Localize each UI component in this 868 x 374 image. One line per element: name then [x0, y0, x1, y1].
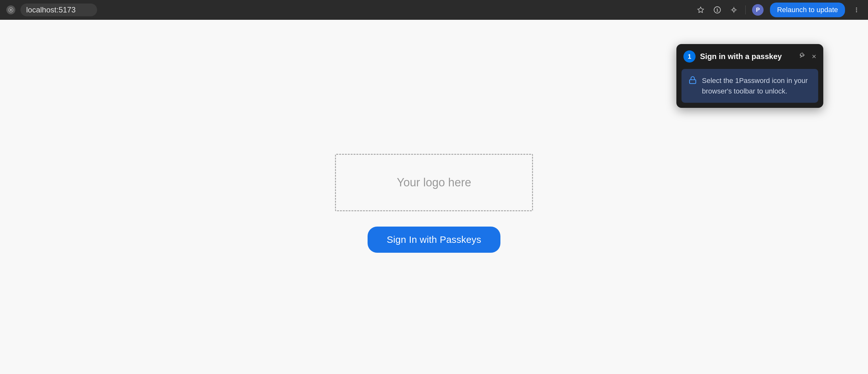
svg-point-1 — [10, 9, 12, 11]
chrome-divider — [745, 5, 746, 14]
svg-point-6 — [856, 8, 857, 9]
svg-text:1: 1 — [716, 8, 718, 12]
svg-rect-10 — [689, 80, 696, 83]
chrome-menu-icon[interactable] — [851, 5, 862, 15]
svg-marker-2 — [698, 7, 704, 12]
svg-point-8 — [856, 11, 857, 12]
address-bar[interactable]: localhost:5173 — [21, 3, 97, 16]
popup-close-icon[interactable]: × — [812, 52, 816, 61]
relaunch-button[interactable]: Relaunch to update — [770, 3, 845, 17]
extensions-icon[interactable] — [729, 5, 739, 15]
popup-title: Sign in with a passkey — [700, 52, 795, 61]
1password-logo-icon: 1 — [683, 50, 695, 63]
browser-actions: 1 P Relaunch to update — [695, 3, 862, 17]
center-content: Your logo here Sign In with Passkeys — [335, 154, 533, 253]
browser-chrome: localhost:5173 1 P Relaunch to update — [0, 0, 868, 20]
popup-header: 1 Sign in with a passkey × — [676, 44, 823, 69]
popup-pin-icon[interactable] — [799, 52, 805, 61]
logo-placeholder: Your logo here — [335, 154, 533, 211]
bookmark-star-icon[interactable] — [695, 5, 706, 15]
browser-favicon-icon — [6, 5, 15, 14]
sign-in-passkeys-button[interactable]: Sign In with Passkeys — [368, 227, 500, 253]
popup-body: Select the 1Password icon in your browse… — [682, 69, 818, 103]
svg-point-7 — [856, 9, 857, 10]
popup-body-text: Select the 1Password icon in your browse… — [702, 75, 811, 96]
svg-rect-5 — [733, 9, 735, 11]
profile-button[interactable]: P — [752, 4, 764, 15]
logo-placeholder-text: Your logo here — [397, 176, 471, 189]
page-content: Your logo here Sign In with Passkeys 1 S… — [0, 20, 868, 374]
popup-lock-icon — [688, 76, 697, 87]
1password-extension-icon[interactable]: 1 — [712, 5, 722, 15]
passkey-popup: 1 Sign in with a passkey × Select the 1P… — [676, 44, 823, 108]
